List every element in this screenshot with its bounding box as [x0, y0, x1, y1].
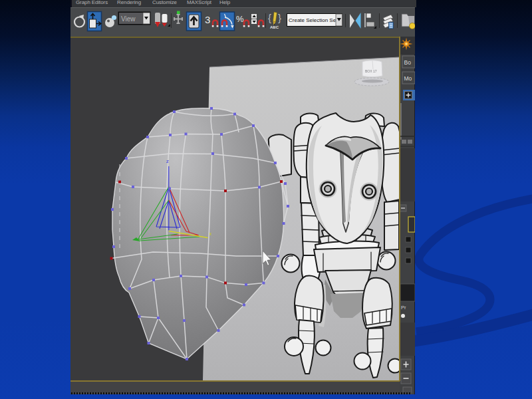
- svg-text:3: 3: [205, 14, 210, 25]
- svg-text:Pr: Pr: [401, 305, 406, 311]
- svg-text:Mo: Mo: [404, 75, 412, 82]
- svg-text:Bo: Bo: [404, 59, 412, 66]
- svg-text:BOX 17: BOX 17: [365, 69, 377, 73]
- svg-text:x: x: [209, 231, 212, 236]
- svg-text:ABC: ABC: [270, 25, 279, 29]
- svg-text:%: %: [236, 14, 244, 24]
- svg-text:}: }: [278, 12, 281, 23]
- svg-text:Create Selection Se: Create Selection Se: [289, 17, 336, 23]
- svg-text:z: z: [166, 158, 169, 164]
- svg-text:View: View: [121, 15, 136, 23]
- svg-text:{: {: [268, 12, 271, 23]
